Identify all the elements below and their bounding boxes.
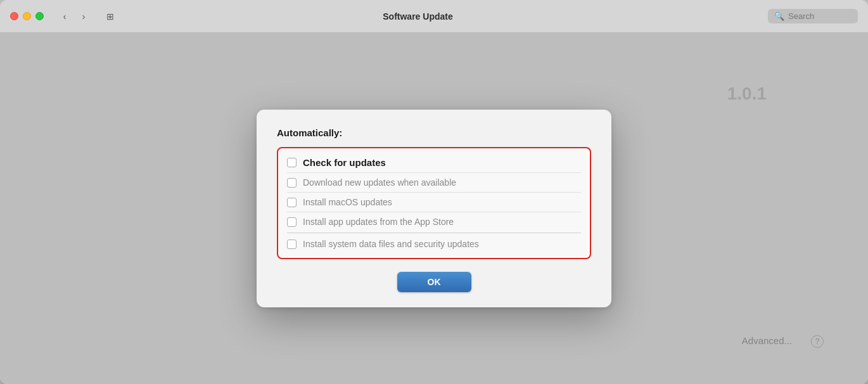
nav-buttons: ‹ ›	[56, 8, 92, 25]
checkbox-group: Check for updates Download new updates w…	[277, 147, 591, 259]
checkbox-item-download-updates: Download new updates when available	[287, 172, 581, 192]
check-updates-checkbox[interactable]	[287, 158, 297, 167]
main-content: Software Update 1.0.1 Advanced... ? Auto…	[0, 33, 868, 384]
install-app-updates-label: Install app updates from the App Store	[303, 217, 454, 227]
check-updates-label: Check for updates	[303, 157, 386, 168]
download-updates-label: Download new updates when available	[303, 177, 456, 188]
install-system-data-checkbox[interactable]	[287, 240, 297, 249]
install-macos-label: Install macOS updates	[303, 197, 392, 207]
ok-button[interactable]: OK	[397, 272, 471, 292]
checkbox-item-install-system-data: Install system data files and security u…	[287, 234, 581, 252]
modal-overlay: Automatically: Check for updates Downloa…	[0, 33, 868, 384]
forward-button[interactable]: ›	[75, 8, 92, 25]
search-icon: 🔍	[774, 11, 784, 21]
install-system-data-label: Install system data files and security u…	[303, 239, 479, 249]
checkbox-item-check-updates: Check for updates	[287, 155, 581, 172]
back-button[interactable]: ‹	[56, 8, 73, 25]
checkbox-separator	[287, 233, 581, 233]
window-title: Software Update	[126, 11, 710, 22]
close-button[interactable]	[10, 12, 18, 20]
dialog-footer: OK	[277, 272, 591, 292]
search-bar: 🔍	[768, 9, 858, 23]
minimize-button[interactable]	[23, 12, 31, 20]
titlebar: ‹ › ⊞ Software Update 🔍	[0, 0, 868, 33]
search-input[interactable]	[788, 11, 852, 21]
install-app-updates-checkbox[interactable]	[287, 217, 297, 227]
maximize-button[interactable]	[35, 12, 44, 20]
advanced-dialog: Automatically: Check for updates Downloa…	[257, 110, 611, 307]
traffic-lights	[10, 12, 44, 20]
section-label: Automatically:	[277, 127, 591, 138]
checkbox-item-install-macos: Install macOS updates	[287, 192, 581, 212]
checkbox-item-install-app-updates: Install app updates from the App Store	[287, 212, 581, 231]
grid-icon[interactable]: ⊞	[102, 8, 118, 25]
install-macos-checkbox[interactable]	[287, 198, 297, 207]
app-window: ‹ › ⊞ Software Update 🔍	[0, 0, 868, 384]
download-updates-checkbox[interactable]	[287, 178, 297, 188]
